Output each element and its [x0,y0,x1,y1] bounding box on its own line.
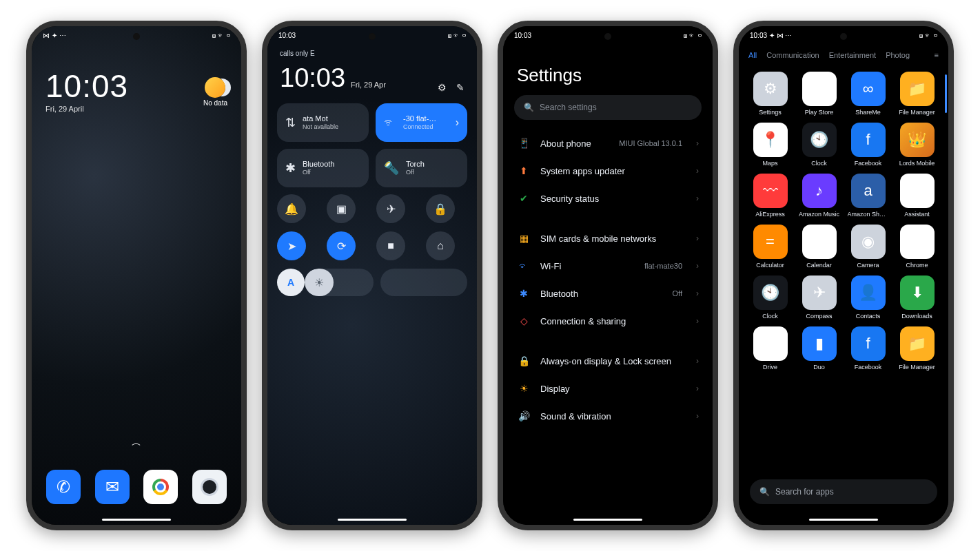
tile-title: Bluetooth [303,160,334,168]
app-label: Play Store [805,109,834,116]
settings-item[interactable]: ᯤ Wi-Fi flat-mate30 › [503,252,713,280]
chevron-right-icon: › [696,261,699,271]
settings-item[interactable]: 📱 About phone MIUI Global 13.0.1 › [503,129,713,157]
app-chrome[interactable]: ●Chrome [895,225,939,269]
app-icon: 👑 [900,123,935,157]
app-amazon-shopping[interactable]: aAmazon Shopping [846,174,890,218]
toggle-cast[interactable]: ▣ [327,194,356,223]
settings-list[interactable]: 📱 About phone MIUI Global 13.0.1 ›⬆ Syst… [503,129,713,525]
app-label: Assistant [904,211,930,218]
item-label: Security status [540,194,673,204]
tile-torch[interactable]: 🔦 TorchOff [376,149,467,187]
gesture-bar[interactable] [102,519,171,521]
tab-entertainment[interactable]: Entertainment [829,51,876,59]
app-lords-mobile[interactable]: 👑Lords Mobile [895,123,939,167]
app-calculator[interactable]: =Calculator [748,225,792,269]
toggle-lock[interactable]: 🔒 [426,194,455,223]
cc-clock: 10:03 [280,63,345,93]
chevron-right-icon: › [696,166,699,176]
toggle-airplane[interactable]: ✈ [376,194,405,223]
app-drive[interactable]: ▲Drive [748,326,792,371]
status-icons-right: ▣ ᯤ ▭ [448,32,466,39]
weather-widget[interactable]: No data [203,77,227,107]
app-assistant[interactable]: ✦Assistant [895,174,939,218]
dock-chrome[interactable] [143,470,178,504]
app-facebook[interactable]: fFacebook [846,326,890,371]
app-amazon-music[interactable]: ♪Amazon Music [797,174,841,218]
toggle-sound[interactable]: 🔔 [277,194,306,223]
tab-photography[interactable]: Photog [886,51,910,59]
app-clock[interactable]: 🕙Clock [797,123,841,167]
dock-phone[interactable]: ✆ [46,470,81,504]
status-time: 10:03 [514,32,531,39]
toggle-screen-record[interactable]: ■ [376,231,405,260]
settings-item[interactable]: ☀ Display › [503,375,713,402]
item-icon: ⬆ [517,165,531,176]
app-grid[interactable]: ⚙Settings▶Play Store∞ShareMe📁File Manage… [748,72,939,371]
drawer-hint-icon[interactable]: ︿ [132,437,141,449]
settings-item[interactable]: ✱ Bluetooth Off › [503,280,713,307]
app-maps[interactable]: 📍Maps [748,123,792,167]
item-label: About phone [540,138,609,149]
gesture-bar[interactable] [809,519,878,521]
settings-item[interactable]: ◇ Connection & sharing › [503,307,713,335]
status-time: 10:03 ✦ ⋈ ⋯ [750,32,792,39]
chevron-right-icon: › [696,138,699,148]
app-compass[interactable]: ✈Compass [797,276,841,320]
menu-icon[interactable]: ≡ [935,51,939,59]
settings-item[interactable]: 🔒 Always-on display & Lock screen › [503,347,713,375]
app-downloads[interactable]: ⬇Downloads [895,276,939,320]
drawer-search[interactable]: 🔍 Search for apps [750,479,937,504]
toggle-rotation[interactable]: ⟳ [327,231,356,260]
app-camera[interactable]: ◉Camera [846,225,890,269]
tab-communication[interactable]: Communication [766,51,819,59]
gesture-bar[interactable] [338,519,407,521]
app-file-manager[interactable]: 📁File Manager [895,326,939,371]
settings-item[interactable]: 🔊 Sound & vibration › [503,402,713,430]
app-label: AliExpress [755,211,785,218]
dock-camera[interactable] [192,470,227,504]
app-label: Calendar [806,262,832,269]
tile-sub: Off [406,169,425,176]
app-icon: 📁 [900,72,935,106]
brightness-slider[interactable]: ☀ [305,269,374,296]
tile-bluetooth[interactable]: ✱ BluetoothOff [277,149,369,187]
volume-slider[interactable] [380,269,467,296]
app-duo[interactable]: ▮Duo [797,326,841,371]
app-clock[interactable]: 🕙Clock [748,276,792,320]
status-icons-left: ⋈ ✦ ⋯ [43,32,66,39]
auto-brightness-button[interactable]: A [277,269,305,296]
edit-icon[interactable]: ✎ [456,82,465,93]
tile-mobile-data[interactable]: ⇅ ata MotNot available [277,103,369,142]
gesture-bar[interactable] [573,519,642,521]
camera-notch [604,33,611,40]
settings-item[interactable]: ✔ Security status › [503,185,713,212]
app-label: File Manager [899,109,935,116]
item-icon: ◇ [517,315,531,326]
app-play-store[interactable]: ▶Play Store [797,72,841,116]
app-label: File Manager [899,364,935,371]
app-icon: ▶ [802,72,837,106]
tile-wifi[interactable]: ᯤ -30 flat-…Connected › [376,103,467,142]
app-label: Downloads [901,313,932,320]
app-file-manager[interactable]: 📁File Manager [895,72,939,116]
settings-item[interactable]: ▦ SIM cards & mobile networks › [503,225,713,252]
status-icons-right: ▣ ᯤ ▭ [684,32,702,39]
app-aliexpress[interactable]: 〰AliExpress [748,174,792,218]
toggle-scanner[interactable]: ⌂ [426,231,455,260]
app-calendar[interactable]: 31Calendar [797,225,841,269]
app-icon: = [753,225,788,259]
app-facebook[interactable]: fFacebook [846,123,890,167]
app-label: Maps [762,160,777,167]
clock-widget[interactable]: 10:03 Fri, 29 April [45,67,128,113]
tab-all[interactable]: All [748,51,757,59]
app-settings[interactable]: ⚙Settings [748,72,792,116]
app-contacts[interactable]: 👤Contacts [846,276,890,320]
toggle-location[interactable]: ➤ [277,231,306,260]
settings-icon[interactable]: ⚙ [438,82,447,93]
dock-messages[interactable]: ✉ [95,470,130,504]
app-shareme[interactable]: ∞ShareMe [846,72,890,116]
settings-item[interactable]: ⬆ System apps updater › [503,157,713,185]
app-label: Compass [806,313,832,320]
settings-search[interactable]: 🔍 Search settings [514,95,702,120]
